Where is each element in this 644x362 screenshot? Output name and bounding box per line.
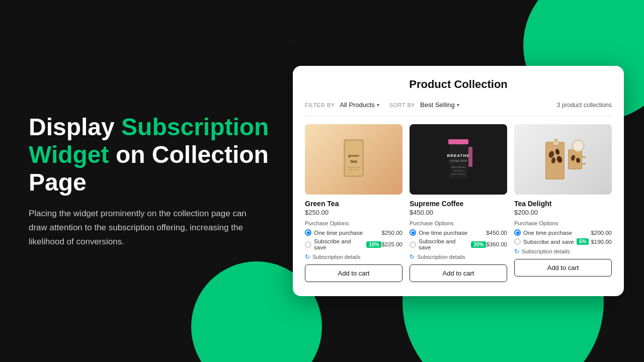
option-label-one-time-green-tea: One time purchase bbox=[314, 230, 363, 236]
svg-rect-14 bbox=[468, 147, 472, 167]
sort-chevron-icon: ▾ bbox=[457, 102, 459, 108]
option-row-one-time-supreme-coffee[interactable]: One time purchase $450.00 bbox=[410, 229, 507, 236]
svg-text:COFFEE SHOP: COFFEE SHOP bbox=[449, 159, 468, 162]
option-row-subscribe-tea-delight[interactable]: Subscribe and save 5% $190.00 bbox=[514, 238, 612, 245]
svg-point-26 bbox=[574, 142, 582, 150]
option-label-one-time-tea-delight: One time purchase bbox=[523, 230, 572, 236]
product-image-green-tea: green tea bbox=[305, 124, 403, 195]
svg-rect-8 bbox=[448, 139, 468, 144]
radio-subscribe-tea-delight[interactable] bbox=[514, 238, 521, 245]
product-card-green-tea: green tea Green Tea $250.00 Purchase Opt… bbox=[305, 124, 403, 282]
filter-label: FILTER BY bbox=[305, 102, 335, 108]
hero-description: Placing the widget prominently on the co… bbox=[29, 207, 260, 249]
option-row-one-time-tea-delight[interactable]: One time purchase $200.00 bbox=[514, 229, 612, 236]
option-row-one-time-green-tea[interactable]: One time purchase $250.00 bbox=[305, 229, 403, 236]
svg-text:WITH THE: WITH THE bbox=[453, 169, 463, 172]
option-row-subscribe-supreme-coffee[interactable]: Subscribe and save 20% $360.00 bbox=[410, 238, 507, 250]
sort-dropdown[interactable]: Best Selling ▾ bbox=[418, 100, 461, 110]
tea-delight-image bbox=[514, 124, 612, 195]
subscription-details-green-tea[interactable]: ↻ Subscription details bbox=[305, 253, 403, 260]
hero-title: Display Subscription Widget on Collectio… bbox=[29, 113, 285, 197]
option-row-subscribe-green-tea[interactable]: Subscribe and save 10% $225.00 bbox=[305, 238, 403, 250]
add-to-cart-tea-delight[interactable]: Add to cart bbox=[514, 259, 612, 277]
green-tea-svg: green tea bbox=[336, 134, 371, 185]
option-price-subscribe-tea-delight: $190.00 bbox=[591, 239, 612, 245]
add-to-cart-supreme-coffee[interactable]: Add to cart bbox=[410, 264, 507, 282]
panel-toolbar: FILTER BY All Products ▾ SORT BY Best Se… bbox=[305, 100, 612, 116]
subscription-icon-supreme-coffee: ↻ bbox=[410, 253, 415, 260]
product-card-supreme-coffee: BREATHE COFFEE SHOP TAKE A BREAK WITH TH… bbox=[410, 124, 507, 282]
sort-label: SORT BY bbox=[389, 102, 415, 108]
purchase-options-label-green-tea: Purchase Options bbox=[305, 220, 403, 226]
sort-value: Best Selling bbox=[420, 101, 455, 109]
radio-one-time-tea-delight[interactable] bbox=[514, 229, 521, 236]
subscription-details-tea-delight[interactable]: ↻ Subscription details bbox=[514, 248, 612, 255]
svg-text:BREATHE: BREATHE bbox=[447, 153, 469, 158]
svg-text:TAKE A BREAK: TAKE A BREAK bbox=[451, 166, 465, 168]
purchase-options-label-tea-delight: Purchase Options bbox=[514, 220, 612, 226]
svg-rect-4 bbox=[347, 167, 360, 168]
option-label-subscribe-green-tea: Subscribe and save bbox=[314, 238, 364, 250]
product-image-tea-delight bbox=[514, 124, 612, 195]
option-price-one-time-green-tea: $250.00 bbox=[381, 230, 403, 236]
option-price-subscribe-supreme-coffee: $360.00 bbox=[486, 241, 507, 247]
supreme-coffee-svg: BREATHE COFFEE SHOP TAKE A BREAK WITH TH… bbox=[438, 132, 478, 187]
product-price-supreme-coffee: $450.00 bbox=[410, 209, 507, 216]
product-price-tea-delight: $200.00 bbox=[514, 209, 612, 216]
radio-one-time-green-tea[interactable] bbox=[305, 229, 311, 236]
products-grid: green tea Green Tea $250.00 Purchase Opt… bbox=[305, 124, 612, 282]
badge-tea-delight: 5% bbox=[577, 238, 589, 245]
filter-chevron-icon: ▾ bbox=[377, 102, 379, 108]
collection-count: 3 product collections bbox=[557, 102, 612, 109]
subscription-details-supreme-coffee[interactable]: ↻ Subscription details bbox=[410, 253, 507, 260]
subscription-details-label-tea-delight: Subscription details bbox=[522, 248, 570, 254]
subscription-icon-tea-delight: ↻ bbox=[514, 248, 519, 255]
svg-text:BEST COFFEE: BEST COFFEE bbox=[451, 173, 465, 175]
product-collection-panel: Product Collection FILTER BY All Product… bbox=[293, 66, 624, 296]
badge-supreme-coffee: 20% bbox=[471, 241, 486, 248]
product-name-tea-delight: Tea Delight bbox=[514, 200, 612, 208]
toolbar-filters: FILTER BY All Products ▾ SORT BY Best Se… bbox=[305, 100, 461, 110]
radio-one-time-supreme-coffee[interactable] bbox=[410, 229, 416, 236]
option-label-subscribe-tea-delight: Subscribe and save bbox=[523, 239, 574, 245]
svg-rect-5 bbox=[349, 169, 359, 170]
subscription-details-label-green-tea: Subscription details bbox=[312, 254, 360, 260]
product-name-green-tea: Green Tea bbox=[305, 200, 403, 208]
purchase-options-label-supreme-coffee: Purchase Options bbox=[410, 220, 507, 226]
badge-green-tea: 10% bbox=[366, 241, 381, 248]
filter-value: All Products bbox=[340, 101, 374, 109]
subscription-details-label-supreme-coffee: Subscription details bbox=[417, 254, 465, 260]
product-price-green-tea: $250.00 bbox=[305, 209, 403, 216]
option-price-subscribe-green-tea: $225.00 bbox=[381, 241, 403, 247]
hero-section: Display Subscription Widget on Collectio… bbox=[29, 113, 285, 249]
tea-delight-svg bbox=[540, 132, 586, 187]
green-tea-image: green tea bbox=[305, 124, 403, 195]
product-image-supreme-coffee: BREATHE COFFEE SHOP TAKE A BREAK WITH TH… bbox=[410, 124, 507, 195]
svg-text:green: green bbox=[348, 153, 359, 158]
product-card-tea-delight: Tea Delight $200.00 Purchase Options One… bbox=[514, 124, 612, 282]
supreme-coffee-image: BREATHE COFFEE SHOP TAKE A BREAK WITH TH… bbox=[410, 124, 507, 195]
option-price-one-time-tea-delight: $200.00 bbox=[591, 230, 612, 236]
radio-subscribe-green-tea[interactable] bbox=[305, 241, 311, 248]
option-price-one-time-supreme-coffee: $450.00 bbox=[486, 230, 507, 236]
product-name-supreme-coffee: Supreme Coffee bbox=[410, 200, 507, 208]
filter-dropdown[interactable]: All Products ▾ bbox=[338, 100, 381, 110]
panel-title: Product Collection bbox=[305, 78, 612, 91]
hero-title-part1: Display bbox=[29, 114, 121, 140]
subscription-icon-green-tea: ↻ bbox=[305, 253, 310, 260]
svg-text:tea: tea bbox=[350, 159, 357, 164]
option-label-subscribe-supreme-coffee: Subscribe and save bbox=[419, 238, 468, 250]
radio-subscribe-supreme-coffee[interactable] bbox=[410, 241, 416, 248]
add-to-cart-green-tea[interactable]: Add to cart bbox=[305, 264, 403, 282]
option-label-one-time-supreme-coffee: One time purchase bbox=[419, 230, 467, 236]
